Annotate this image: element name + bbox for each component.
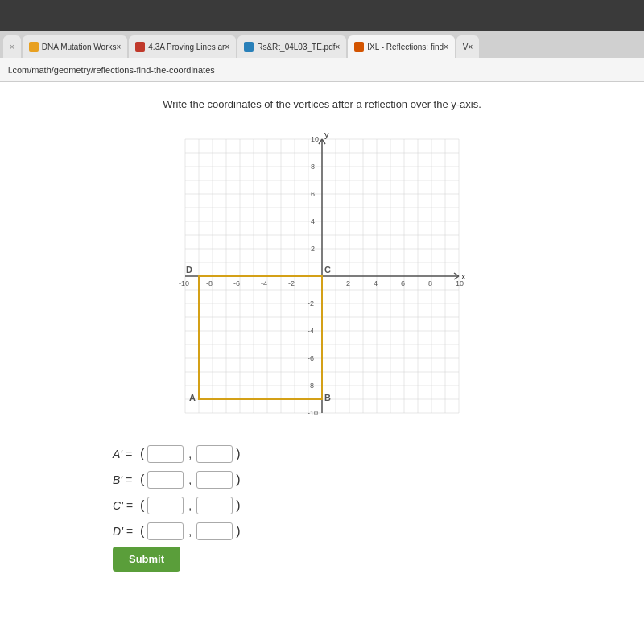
tab-prev[interactable]: ×	[3, 35, 21, 58]
coords-section: A' = ( , ) B' = ( , ) C' = ( , ) D' = (	[113, 445, 596, 540]
close-paren-c: )	[236, 498, 240, 513]
tab-dna-mutation[interactable]: DNA Mutation Works×	[23, 35, 127, 58]
comma-b: ,	[188, 473, 192, 486]
tab-bar: × DNA Mutation Works× 4.3A Proving Lines…	[0, 31, 644, 58]
coordinate-graph	[169, 123, 475, 429]
coord-label-b: B' =	[113, 473, 137, 486]
instruction-text: Write the coordinates of the vertices af…	[48, 98, 596, 110]
coord-row-b: B' = ( , )	[113, 471, 596, 489]
coord-row-c: C' = ( , )	[113, 497, 596, 514]
tab-ixl-reflections[interactable]: IXL - Reflections: find×	[348, 35, 455, 58]
open-paren-b: (	[140, 473, 144, 487]
comma-a: ,	[188, 448, 192, 460]
tab-proving-lines[interactable]: 4.3A Proving Lines ar×	[129, 35, 236, 58]
coord-label-c: C' =	[113, 499, 137, 512]
coord-input-cy[interactable]	[196, 497, 233, 514]
coord-input-dx[interactable]	[147, 522, 184, 540]
url-text: l.com/math/geometry/reflections-find-the…	[8, 65, 215, 75]
coord-input-dy[interactable]	[196, 522, 233, 540]
coord-input-ax[interactable]	[147, 445, 184, 463]
coord-input-cx[interactable]	[147, 497, 184, 514]
submit-button[interactable]: Submit	[113, 547, 180, 572]
close-paren-a: )	[236, 447, 240, 461]
coord-input-bx[interactable]	[147, 471, 184, 489]
comma-d: ,	[188, 525, 192, 538]
close-paren-d: )	[236, 524, 240, 539]
coord-input-ay[interactable]	[196, 445, 233, 463]
coord-input-by[interactable]	[196, 471, 233, 489]
coord-row-d: D' = ( , )	[113, 522, 596, 540]
open-paren-d: (	[140, 524, 144, 539]
browser-chrome	[0, 0, 644, 31]
coord-row-a: A' = ( , )	[113, 445, 596, 463]
tab-v[interactable]: V×	[456, 35, 480, 58]
open-paren-a: (	[140, 447, 144, 461]
close-paren-b: )	[236, 473, 240, 487]
tab-pdf[interactable]: Rs&Rt_04L03_TE.pdf×	[237, 35, 346, 58]
comma-c: ,	[188, 499, 192, 512]
coord-label-a: A' =	[113, 448, 137, 460]
main-content: Write the coordinates of the vertices af…	[0, 82, 644, 644]
address-bar: l.com/math/geometry/reflections-find-the…	[0, 58, 644, 82]
graph-container	[48, 123, 596, 429]
coord-label-d: D' =	[113, 525, 137, 538]
open-paren-c: (	[140, 498, 144, 513]
graph-wrapper	[169, 123, 475, 429]
